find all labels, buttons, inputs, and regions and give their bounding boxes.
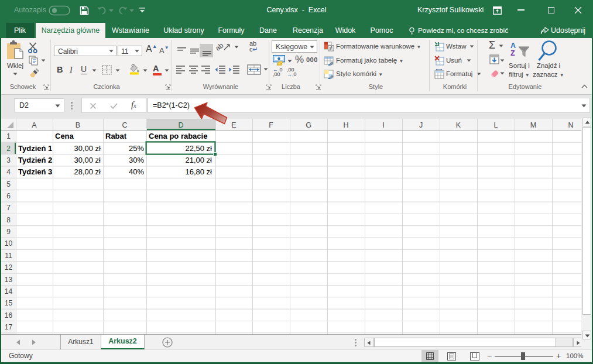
svg-text:L: L <box>494 121 498 129</box>
svg-text:9: 9 <box>6 228 11 236</box>
svg-text:17: 17 <box>5 323 13 331</box>
svg-text:22,50 zł: 22,50 zł <box>185 144 212 153</box>
svg-text:4: 4 <box>6 168 11 176</box>
svg-text:28,00 zł: 28,00 zł <box>74 167 101 176</box>
svg-text:30,00 zł: 30,00 zł <box>74 156 101 164</box>
svg-text:30,00 zł: 30,00 zł <box>74 144 101 153</box>
svg-text:I: I <box>382 121 384 129</box>
svg-text:M: M <box>530 121 536 129</box>
svg-text:Tydzień 3: Tydzień 3 <box>18 167 52 176</box>
svg-text:16: 16 <box>5 311 13 320</box>
svg-text:Rabat: Rabat <box>105 132 127 140</box>
svg-text:H: H <box>343 121 348 129</box>
svg-text:C: C <box>122 121 127 129</box>
svg-text:J: J <box>419 121 423 129</box>
svg-text:3: 3 <box>6 156 11 164</box>
svg-text:K: K <box>456 121 461 129</box>
svg-text:13: 13 <box>5 276 13 284</box>
svg-text:Cena po rabacie: Cena po rabacie <box>149 132 207 140</box>
svg-text:N: N <box>568 121 573 129</box>
svg-text:G: G <box>306 121 311 129</box>
svg-text:40%: 40% <box>129 167 144 176</box>
svg-text:F: F <box>269 121 273 129</box>
svg-text:30%: 30% <box>129 156 144 164</box>
svg-text:21,00 zł: 21,00 zł <box>185 156 212 164</box>
svg-text:16,80 zł: 16,80 zł <box>185 167 212 176</box>
svg-text:2: 2 <box>6 145 11 153</box>
svg-text:1: 1 <box>6 132 11 140</box>
svg-text:5: 5 <box>6 180 11 188</box>
svg-text:B: B <box>76 121 80 129</box>
svg-text:6: 6 <box>6 192 11 200</box>
svg-text:7: 7 <box>6 204 11 212</box>
svg-text:12: 12 <box>5 263 13 272</box>
svg-text:Tydzień 2: Tydzień 2 <box>18 156 52 164</box>
svg-text:8: 8 <box>6 216 11 224</box>
svg-text:11: 11 <box>5 252 12 260</box>
svg-text:D: D <box>178 121 183 129</box>
svg-text:Cena: Cena <box>55 132 74 140</box>
svg-text:A: A <box>32 121 37 129</box>
svg-text:14: 14 <box>5 287 13 296</box>
svg-text:25%: 25% <box>129 144 144 153</box>
svg-text:Tydzień 1: Tydzień 1 <box>18 144 52 153</box>
svg-text:15: 15 <box>5 299 13 307</box>
svg-text:10: 10 <box>5 239 13 248</box>
